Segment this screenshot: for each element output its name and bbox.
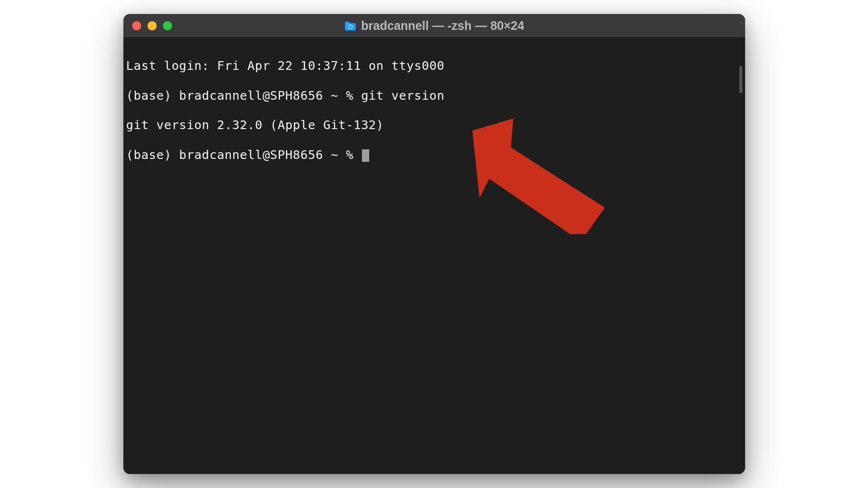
terminal-prompt-line: (base) bradcannell@SPH8656 ~ %: [126, 148, 742, 163]
svg-marker-2: [472, 119, 605, 234]
svg-rect-1: [350, 25, 351, 26]
scrollbar-thumb[interactable]: [739, 66, 742, 93]
terminal-line: Last login: Fri Apr 22 10:37:11 on ttys0…: [126, 59, 742, 74]
terminal-line: (base) bradcannell@SPH8656 ~ % git versi…: [126, 89, 742, 104]
traffic-lights: [132, 21, 172, 30]
window-title-container: bradcannell — -zsh — 80×24: [344, 19, 524, 33]
terminal-prompt: (base) bradcannell@SPH8656 ~ %: [126, 148, 361, 162]
titlebar[interactable]: bradcannell — -zsh — 80×24: [123, 14, 745, 37]
folder-icon: [344, 20, 356, 31]
close-button[interactable]: [132, 21, 141, 30]
terminal-window: bradcannell — -zsh — 80×24 Last login: F…: [123, 14, 745, 474]
cursor: [362, 149, 369, 162]
terminal-line: git version 2.32.0 (Apple Git-132): [126, 118, 742, 133]
zoom-button[interactable]: [163, 21, 172, 30]
window-title: bradcannell — -zsh — 80×24: [361, 19, 524, 33]
minimize-button[interactable]: [147, 21, 157, 30]
terminal-body[interactable]: Last login: Fri Apr 22 10:37:11 on ttys0…: [123, 37, 745, 474]
